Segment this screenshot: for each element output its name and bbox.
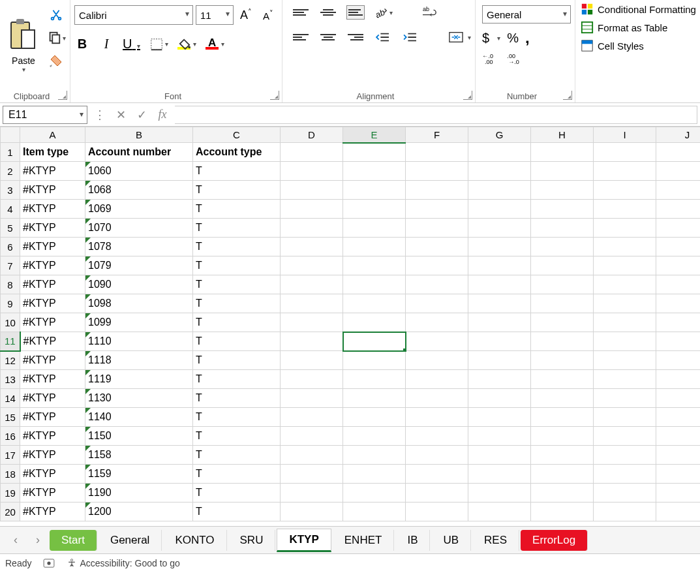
format-as-table-button[interactable]: Format as Table xyxy=(581,21,696,34)
row-header[interactable]: 12 xyxy=(1,351,20,370)
decrease-indent-button[interactable] xyxy=(374,30,392,44)
cell[interactable] xyxy=(656,446,701,465)
cell[interactable]: Account number xyxy=(85,143,193,162)
cell[interactable]: 1098 xyxy=(85,294,193,313)
cell[interactable] xyxy=(656,181,701,200)
cell[interactable] xyxy=(281,408,343,427)
cell[interactable]: T xyxy=(193,238,281,256)
cell[interactable] xyxy=(594,238,656,256)
format-painter-button[interactable] xyxy=(47,52,65,70)
row-header[interactable]: 19 xyxy=(1,484,20,503)
cell[interactable] xyxy=(594,484,656,503)
cell[interactable] xyxy=(594,446,656,465)
cell[interactable] xyxy=(343,446,406,465)
cell[interactable] xyxy=(343,143,406,162)
tab-scroll-right-button[interactable]: › xyxy=(27,533,48,547)
cell[interactable]: T xyxy=(193,275,281,294)
bold-button[interactable]: B xyxy=(74,37,90,52)
cell[interactable] xyxy=(468,389,531,408)
clipboard-dialog-launcher[interactable] xyxy=(58,91,67,100)
cell[interactable]: T xyxy=(193,351,281,370)
cell[interactable]: #KTYP xyxy=(20,162,85,181)
row-header[interactable]: 3 xyxy=(1,181,20,200)
cell[interactable] xyxy=(343,427,406,446)
cell[interactable] xyxy=(343,313,406,332)
row-header[interactable]: 2 xyxy=(1,162,20,181)
cell[interactable] xyxy=(406,465,468,484)
orientation-button[interactable]: ab ▾ xyxy=(374,5,393,20)
cell[interactable]: #KTYP xyxy=(20,465,85,484)
cell[interactable] xyxy=(281,370,343,389)
align-top-button[interactable] xyxy=(292,5,310,20)
cell[interactable]: #KTYP xyxy=(20,219,85,238)
cell[interactable]: 1099 xyxy=(85,313,193,332)
merge-center-button[interactable]: ▾ xyxy=(448,30,471,44)
cell[interactable] xyxy=(281,503,343,521)
cell[interactable]: #KTYP xyxy=(20,238,85,256)
cell[interactable] xyxy=(594,256,656,275)
formula-more-button[interactable]: ⋮ xyxy=(91,108,108,122)
font-name-select[interactable] xyxy=(74,5,193,25)
insert-function-button[interactable]: fx xyxy=(154,108,171,121)
cell[interactable]: T xyxy=(193,370,281,389)
cell[interactable]: T xyxy=(193,484,281,503)
cell[interactable] xyxy=(468,200,531,219)
cell[interactable] xyxy=(594,294,656,313)
cell[interactable] xyxy=(468,162,531,181)
row-header[interactable]: 7 xyxy=(1,256,20,275)
number-dialog-launcher[interactable] xyxy=(563,91,572,100)
cell[interactable] xyxy=(468,408,531,427)
cell[interactable] xyxy=(531,465,594,484)
cell[interactable] xyxy=(468,238,531,256)
copy-button[interactable]: ▾ xyxy=(47,31,66,45)
cell[interactable]: #KTYP xyxy=(20,275,85,294)
align-middle-button[interactable] xyxy=(319,5,337,20)
cell[interactable]: 1110 xyxy=(85,332,193,351)
cell[interactable]: #KTYP xyxy=(20,200,85,219)
cell[interactable] xyxy=(343,200,406,219)
decrease-decimal-button[interactable]: .00→.0 xyxy=(507,52,525,65)
cell[interactable]: #KTYP xyxy=(20,332,85,351)
cell[interactable] xyxy=(594,465,656,484)
cell[interactable] xyxy=(343,465,406,484)
cell[interactable] xyxy=(656,313,701,332)
cell[interactable] xyxy=(594,370,656,389)
sheet-tab[interactable]: SRU xyxy=(228,530,276,551)
cell[interactable]: #KTYP xyxy=(20,351,85,370)
cell[interactable] xyxy=(531,162,594,181)
conditional-formatting-button[interactable]: Conditional Formatting xyxy=(581,3,696,16)
cell[interactable] xyxy=(406,200,468,219)
cell[interactable]: T xyxy=(193,332,281,351)
cell[interactable] xyxy=(281,389,343,408)
cell[interactable]: #KTYP xyxy=(20,408,85,427)
cell[interactable] xyxy=(406,351,468,370)
comma-button[interactable]: , xyxy=(525,29,530,47)
cancel-formula-button[interactable]: ✕ xyxy=(112,108,129,122)
cell[interactable] xyxy=(468,275,531,294)
cell[interactable] xyxy=(656,143,701,162)
row-header[interactable]: 5 xyxy=(1,219,20,238)
cell[interactable] xyxy=(656,162,701,181)
cell[interactable]: #KTYP xyxy=(20,389,85,408)
cell[interactable] xyxy=(531,143,594,162)
cell[interactable] xyxy=(406,427,468,446)
macro-record-icon[interactable] xyxy=(43,559,55,568)
cell[interactable]: #KTYP xyxy=(20,294,85,313)
cell[interactable] xyxy=(281,162,343,181)
cell[interactable] xyxy=(406,143,468,162)
cell[interactable] xyxy=(594,427,656,446)
column-header[interactable]: B xyxy=(85,127,193,143)
cell[interactable] xyxy=(531,238,594,256)
cell[interactable]: #KTYP xyxy=(20,427,85,446)
cell[interactable] xyxy=(343,370,406,389)
cell[interactable] xyxy=(656,200,701,219)
cell[interactable] xyxy=(281,238,343,256)
cell[interactable] xyxy=(656,238,701,256)
cell[interactable] xyxy=(343,351,406,370)
row-header[interactable]: 6 xyxy=(1,238,20,256)
cell[interactable] xyxy=(531,503,594,521)
cell[interactable] xyxy=(656,427,701,446)
cell[interactable]: 1130 xyxy=(85,389,193,408)
cell[interactable] xyxy=(406,238,468,256)
cell[interactable] xyxy=(594,143,656,162)
